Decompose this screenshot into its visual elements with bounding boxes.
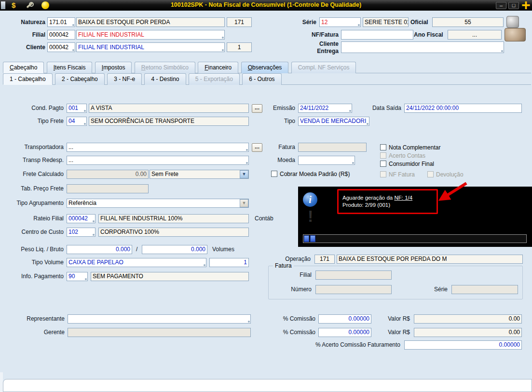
fatura-filial-label: Filial: [283, 271, 312, 279]
frete-modo-select[interactable]: Sem Frete: [150, 170, 249, 179]
money-icon: $: [12, 1, 20, 9]
emissao-label: Emissão: [260, 105, 295, 112]
comissao2-field[interactable]: 0.00000: [318, 328, 371, 337]
tipo-label: Tipo: [260, 118, 295, 125]
moeda-field[interactable]: [298, 156, 355, 165]
tab-preco-frete-field: [67, 184, 149, 193]
transportadora-label: Transportadora: [2, 144, 64, 151]
devolucao-label: Devolução: [436, 171, 464, 178]
status-footer: [3, 379, 532, 392]
rateio-filial-code-field[interactable]: 000042: [67, 214, 95, 223]
cliente-entrega-field[interactable]: [341, 41, 504, 53]
subtab-1-cabecalho[interactable]: 1 - Cabeçalho: [3, 73, 53, 85]
contab-label: Contáb: [255, 215, 273, 222]
data-saida-field[interactable]: 24/11/2022 00:00:00: [404, 104, 522, 113]
devolucao-checkbox: [427, 171, 434, 177]
ano-fiscal-label: Ano Fiscal: [414, 31, 443, 39]
peso-bruto-field[interactable]: 0.000: [142, 245, 207, 254]
emissao-field[interactable]: 24/11/2022: [298, 104, 352, 113]
tipo-agrupamento-dropdown-icon[interactable]: ▼: [240, 199, 248, 207]
tipo-field[interactable]: VENDA DE MERCADORI: [298, 117, 369, 126]
maximize-button[interactable]: □: [508, 2, 519, 9]
subtab-3-nfe[interactable]: 3 - NF-e: [107, 73, 142, 85]
subtab-6-outros[interactable]: 6 - Outros: [242, 73, 281, 85]
tab-observacoes[interactable]: Observações: [241, 62, 289, 73]
representante-field[interactable]: [68, 314, 251, 324]
ano-fiscal-field: ...: [448, 30, 502, 40]
cond-pagto-desc-field: A VISTA: [89, 104, 249, 113]
operacao-label: Operação: [259, 256, 311, 263]
side-gray-button[interactable]: [506, 16, 519, 28]
nota-complementar-label: Nota Complementar: [389, 144, 440, 151]
serie-desc-field: SERIE TESTE 01.1: [363, 17, 409, 27]
operacao-code-field: 171: [314, 255, 335, 264]
rateio-filial-desc-field: FILIAL NFE INDUSTRIAL 100%: [98, 214, 249, 223]
tab-financeiro[interactable]: Financeiro: [198, 62, 238, 73]
tab-impostos[interactable]: Impostos: [95, 62, 132, 73]
rateio-filial-label: Rateio Filial: [2, 215, 64, 222]
subtab-2-cabecalho[interactable]: 2 - Cabeçalho: [55, 73, 105, 85]
centro-custo-code-field[interactable]: 102: [67, 228, 95, 237]
window-title: 100102SPK - Nota Fiscal de Consumível (1…: [63, 1, 469, 8]
transportadora-field[interactable]: ...: [67, 143, 249, 152]
side-tan-button[interactable]: [505, 28, 526, 41]
annotation-rectangle: [337, 189, 438, 214]
cliente-label: Cliente: [4, 44, 45, 51]
consumidor-final-checkbox[interactable]: [380, 161, 386, 167]
data-saida-label: Data Saída: [368, 105, 401, 112]
comissao2-label: % Comissão: [259, 329, 315, 336]
cobrar-moeda-label: Cobrar Moeda Padrão (R$): [280, 171, 350, 177]
peso-separator: /: [136, 246, 137, 253]
minimize-button[interactable]: –: [496, 2, 506, 9]
centro-custo-desc-field: CORPORATIVO 100%: [98, 228, 249, 237]
cliente-entrega-label: Cliente Entrega: [303, 41, 339, 55]
transp-redesp-label: Transp Redesp.: [2, 157, 64, 164]
comissao1-label: % Comissão: [259, 315, 315, 323]
acerto-comissao-label: % Acerto Comissão Faturamento: [260, 341, 400, 349]
frete-modo-dropdown-icon[interactable]: ▼: [240, 170, 248, 178]
serie-code-field[interactable]: 12: [319, 17, 361, 27]
volumes-qty-field[interactable]: 1: [209, 258, 249, 267]
info-pagamento-desc-field: SEM PAGAMENTO: [91, 272, 249, 281]
subtab-5-exportacao: 5 - Exportação: [189, 73, 240, 85]
tipo-volume-field[interactable]: CAIXA DE PAPELAO: [67, 258, 206, 267]
exclamation-icon: !: [308, 207, 313, 226]
cobrar-moeda-checkbox[interactable]: [271, 171, 277, 177]
progress-bar: [303, 234, 527, 243]
tipo-frete-code-field[interactable]: 04: [67, 117, 87, 126]
consumidor-final-label: Consumidor Final: [389, 161, 434, 167]
filial-code-field[interactable]: 000042: [47, 30, 75, 40]
plus-icon[interactable]: +: [521, 0, 531, 14]
representante-label: Representante: [2, 315, 65, 323]
fatura-groupbox: [268, 266, 523, 299]
nf-fatura-checkbox-label: NF Fatura: [389, 171, 415, 178]
app-icon-partial: [1, 1, 5, 9]
natureza-code-field[interactable]: 171.01: [47, 17, 75, 27]
cond-pagto-label: Cond. Pagto: [2, 105, 64, 112]
natureza-label: Natureza: [4, 19, 45, 26]
info-pagamento-code-field[interactable]: 90: [67, 272, 88, 281]
peso-label: Peso Liq. / Bruto: [2, 246, 64, 253]
transp-redesp-field[interactable]: ...: [67, 156, 249, 165]
tab-itens-fiscais[interactable]: Itens Fiscais: [47, 62, 93, 73]
subtab-4-destino[interactable]: 4 - Destino: [144, 73, 186, 85]
nota-complementar-checkbox[interactable]: [380, 144, 386, 150]
fatura-serie-field: [451, 285, 518, 294]
acerto-comissao-field[interactable]: 0.00000: [404, 340, 522, 350]
application-window: $ 100102SPK - Nota Fiscal de Consumível …: [0, 0, 532, 392]
main-tabs: Cabeçalho Itens Fiscais Impostos Retorno…: [3, 62, 531, 73]
cond-pagto-code-field[interactable]: 001: [67, 104, 87, 113]
titlebar: $ 100102SPK - Nota Fiscal de Consumível …: [0, 0, 532, 11]
fatura-serie-label: Série: [423, 286, 448, 293]
nf-fatura-field[interactable]: [341, 30, 413, 40]
moeda-label: Moeda: [260, 157, 295, 164]
cliente-code-field[interactable]: 000042: [47, 42, 75, 52]
peso-liquido-field[interactable]: 0.000: [67, 245, 132, 254]
natureza-num-field: 171: [227, 17, 252, 27]
comissao1-field[interactable]: 0.00000: [318, 314, 371, 324]
tab-cabecalho[interactable]: Cabeçalho: [3, 62, 44, 73]
tipo-agrupamento-label: Tipo Agrupamento: [2, 200, 64, 207]
tipo-agrupamento-select[interactable]: Referência: [67, 199, 249, 208]
frete-calculado-label: Frete Calculado: [2, 171, 64, 178]
acerto-contas-label: Acerto Contas: [389, 152, 425, 159]
